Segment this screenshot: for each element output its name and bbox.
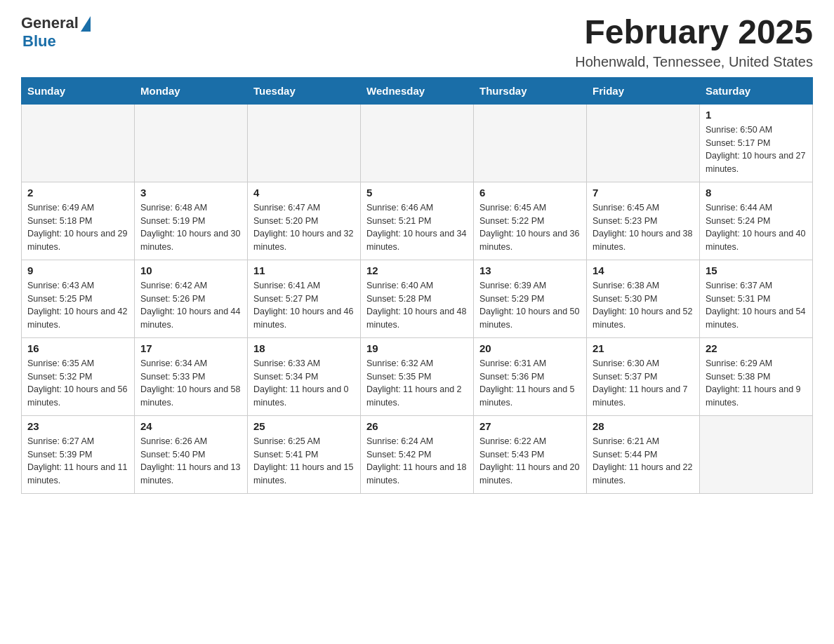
table-row: 28Sunrise: 6:21 AMSunset: 5:44 PMDayligh… bbox=[587, 415, 700, 493]
day-number: 27 bbox=[479, 420, 581, 432]
day-info: Sunrise: 6:33 AMSunset: 5:34 PMDaylight:… bbox=[253, 357, 355, 410]
day-number: 28 bbox=[593, 420, 694, 432]
table-row: 10Sunrise: 6:42 AMSunset: 5:26 PMDayligh… bbox=[135, 260, 248, 337]
table-row: 14Sunrise: 6:38 AMSunset: 5:30 PMDayligh… bbox=[587, 260, 700, 337]
day-info: Sunrise: 6:27 AMSunset: 5:39 PMDaylight:… bbox=[27, 435, 128, 488]
table-row: 24Sunrise: 6:26 AMSunset: 5:40 PMDayligh… bbox=[135, 415, 248, 493]
table-row: 8Sunrise: 6:44 AMSunset: 5:24 PMDaylight… bbox=[700, 182, 813, 260]
day-number: 6 bbox=[479, 187, 581, 199]
day-info: Sunrise: 6:49 AMSunset: 5:18 PMDaylight:… bbox=[27, 201, 128, 254]
day-info: Sunrise: 6:26 AMSunset: 5:40 PMDaylight:… bbox=[140, 435, 241, 488]
logo-blue-text: Blue bbox=[22, 32, 56, 51]
day-number: 25 bbox=[253, 420, 355, 432]
calendar-week-row: 16Sunrise: 6:35 AMSunset: 5:32 PMDayligh… bbox=[22, 337, 813, 415]
table-row: 16Sunrise: 6:35 AMSunset: 5:32 PMDayligh… bbox=[22, 337, 135, 415]
calendar-header-row: Sunday Monday Tuesday Wednesday Thursday… bbox=[22, 77, 813, 104]
day-info: Sunrise: 6:42 AMSunset: 5:26 PMDaylight:… bbox=[140, 279, 241, 332]
table-row bbox=[22, 104, 135, 182]
table-row: 22Sunrise: 6:29 AMSunset: 5:38 PMDayligh… bbox=[700, 337, 813, 415]
calendar-week-row: 23Sunrise: 6:27 AMSunset: 5:39 PMDayligh… bbox=[22, 415, 813, 493]
table-row: 5Sunrise: 6:46 AMSunset: 5:21 PMDaylight… bbox=[361, 182, 474, 260]
col-saturday: Saturday bbox=[700, 77, 813, 104]
col-tuesday: Tuesday bbox=[248, 77, 361, 104]
day-info: Sunrise: 6:34 AMSunset: 5:33 PMDaylight:… bbox=[140, 357, 241, 410]
day-number: 14 bbox=[593, 264, 694, 276]
page-header: General Blue February 2025 Hohenwald, Te… bbox=[21, 14, 813, 70]
table-row bbox=[474, 104, 587, 182]
table-row bbox=[361, 104, 474, 182]
day-info: Sunrise: 6:37 AMSunset: 5:31 PMDaylight:… bbox=[706, 279, 807, 332]
table-row: 27Sunrise: 6:22 AMSunset: 5:43 PMDayligh… bbox=[474, 415, 587, 493]
table-row: 17Sunrise: 6:34 AMSunset: 5:33 PMDayligh… bbox=[135, 337, 248, 415]
day-info: Sunrise: 6:38 AMSunset: 5:30 PMDaylight:… bbox=[593, 279, 694, 332]
table-row: 12Sunrise: 6:40 AMSunset: 5:28 PMDayligh… bbox=[361, 260, 474, 337]
day-info: Sunrise: 6:45 AMSunset: 5:22 PMDaylight:… bbox=[479, 201, 581, 254]
day-number: 1 bbox=[706, 109, 807, 121]
table-row: 23Sunrise: 6:27 AMSunset: 5:39 PMDayligh… bbox=[22, 415, 135, 493]
table-row: 9Sunrise: 6:43 AMSunset: 5:25 PMDaylight… bbox=[22, 260, 135, 337]
month-title: February 2025 bbox=[575, 14, 813, 51]
day-number: 19 bbox=[366, 342, 468, 354]
table-row: 26Sunrise: 6:24 AMSunset: 5:42 PMDayligh… bbox=[361, 415, 474, 493]
table-row: 11Sunrise: 6:41 AMSunset: 5:27 PMDayligh… bbox=[248, 260, 361, 337]
day-number: 26 bbox=[366, 420, 468, 432]
location-title: Hohenwald, Tennessee, United States bbox=[575, 54, 813, 70]
table-row: 19Sunrise: 6:32 AMSunset: 5:35 PMDayligh… bbox=[361, 337, 474, 415]
day-info: Sunrise: 6:21 AMSunset: 5:44 PMDaylight:… bbox=[593, 435, 694, 488]
day-number: 15 bbox=[706, 264, 807, 276]
calendar-week-row: 1Sunrise: 6:50 AMSunset: 5:17 PMDaylight… bbox=[22, 104, 813, 182]
day-number: 2 bbox=[27, 187, 128, 199]
day-info: Sunrise: 6:50 AMSunset: 5:17 PMDaylight:… bbox=[706, 123, 807, 176]
day-info: Sunrise: 6:24 AMSunset: 5:42 PMDaylight:… bbox=[366, 435, 468, 488]
day-number: 18 bbox=[253, 342, 355, 354]
day-info: Sunrise: 6:46 AMSunset: 5:21 PMDaylight:… bbox=[366, 201, 468, 254]
day-number: 24 bbox=[140, 420, 241, 432]
day-info: Sunrise: 6:47 AMSunset: 5:20 PMDaylight:… bbox=[253, 201, 355, 254]
day-info: Sunrise: 6:44 AMSunset: 5:24 PMDaylight:… bbox=[706, 201, 807, 254]
table-row: 15Sunrise: 6:37 AMSunset: 5:31 PMDayligh… bbox=[700, 260, 813, 337]
table-row: 7Sunrise: 6:45 AMSunset: 5:23 PMDaylight… bbox=[587, 182, 700, 260]
day-number: 3 bbox=[140, 187, 241, 199]
table-row: 18Sunrise: 6:33 AMSunset: 5:34 PMDayligh… bbox=[248, 337, 361, 415]
day-info: Sunrise: 6:43 AMSunset: 5:25 PMDaylight:… bbox=[27, 279, 128, 332]
table-row bbox=[248, 104, 361, 182]
day-info: Sunrise: 6:39 AMSunset: 5:29 PMDaylight:… bbox=[479, 279, 581, 332]
title-area: February 2025 Hohenwald, Tennessee, Unit… bbox=[575, 14, 813, 70]
day-info: Sunrise: 6:35 AMSunset: 5:32 PMDaylight:… bbox=[27, 357, 128, 410]
day-number: 7 bbox=[593, 187, 694, 199]
day-info: Sunrise: 6:25 AMSunset: 5:41 PMDaylight:… bbox=[253, 435, 355, 488]
day-info: Sunrise: 6:22 AMSunset: 5:43 PMDaylight:… bbox=[479, 435, 581, 488]
day-number: 20 bbox=[479, 342, 581, 354]
table-row bbox=[700, 415, 813, 493]
table-row: 4Sunrise: 6:47 AMSunset: 5:20 PMDaylight… bbox=[248, 182, 361, 260]
day-info: Sunrise: 6:30 AMSunset: 5:37 PMDaylight:… bbox=[593, 357, 694, 410]
day-info: Sunrise: 6:48 AMSunset: 5:19 PMDaylight:… bbox=[140, 201, 241, 254]
day-number: 8 bbox=[706, 187, 807, 199]
calendar-week-row: 9Sunrise: 6:43 AMSunset: 5:25 PMDaylight… bbox=[22, 260, 813, 337]
day-number: 10 bbox=[140, 264, 241, 276]
table-row: 2Sunrise: 6:49 AMSunset: 5:18 PMDaylight… bbox=[22, 182, 135, 260]
calendar-week-row: 2Sunrise: 6:49 AMSunset: 5:18 PMDaylight… bbox=[22, 182, 813, 260]
table-row: 20Sunrise: 6:31 AMSunset: 5:36 PMDayligh… bbox=[474, 337, 587, 415]
day-number: 22 bbox=[706, 342, 807, 354]
day-number: 9 bbox=[27, 264, 128, 276]
logo: General Blue bbox=[21, 14, 91, 51]
day-info: Sunrise: 6:31 AMSunset: 5:36 PMDaylight:… bbox=[479, 357, 581, 410]
table-row bbox=[587, 104, 700, 182]
logo-triangle-icon bbox=[81, 16, 91, 32]
day-info: Sunrise: 6:29 AMSunset: 5:38 PMDaylight:… bbox=[706, 357, 807, 410]
day-number: 5 bbox=[366, 187, 468, 199]
day-number: 13 bbox=[479, 264, 581, 276]
day-number: 17 bbox=[140, 342, 241, 354]
day-number: 11 bbox=[253, 264, 355, 276]
col-wednesday: Wednesday bbox=[361, 77, 474, 104]
day-number: 4 bbox=[253, 187, 355, 199]
day-info: Sunrise: 6:40 AMSunset: 5:28 PMDaylight:… bbox=[366, 279, 468, 332]
day-number: 23 bbox=[27, 420, 128, 432]
day-number: 12 bbox=[366, 264, 468, 276]
col-friday: Friday bbox=[587, 77, 700, 104]
table-row: 6Sunrise: 6:45 AMSunset: 5:22 PMDaylight… bbox=[474, 182, 587, 260]
table-row: 25Sunrise: 6:25 AMSunset: 5:41 PMDayligh… bbox=[248, 415, 361, 493]
col-monday: Monday bbox=[135, 77, 248, 104]
table-row: 21Sunrise: 6:30 AMSunset: 5:37 PMDayligh… bbox=[587, 337, 700, 415]
